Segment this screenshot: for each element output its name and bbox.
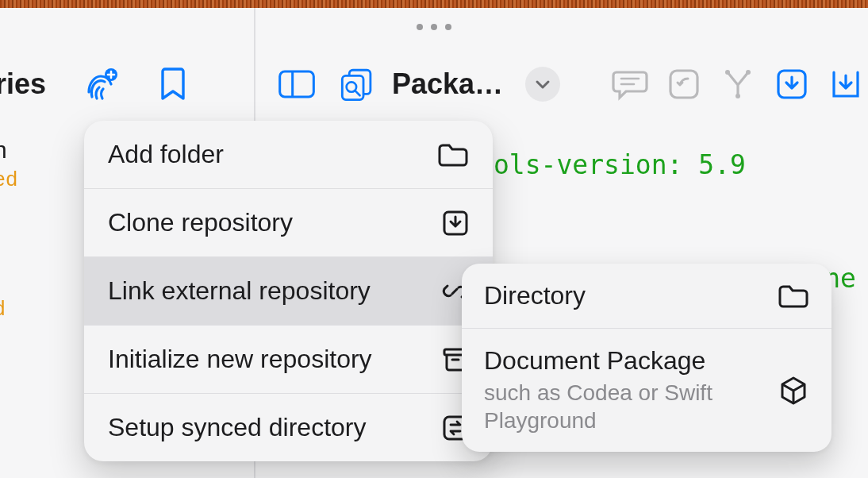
menu-item-clone-repository[interactable]: Clone repository (84, 189, 493, 257)
menu-item-label: Add folder (108, 140, 224, 169)
undo-icon[interactable] (665, 65, 703, 103)
svg-point-11 (746, 70, 751, 75)
dot-icon (445, 24, 451, 30)
submenu-item-subtitle: such as Codea or Swift Playground (484, 379, 738, 434)
folder-icon (437, 142, 469, 168)
fork-icon[interactable] (719, 65, 757, 103)
comment-bubble-icon[interactable] (611, 65, 649, 103)
download-square-icon (442, 210, 469, 237)
sidebar-left-icon[interactable] (278, 65, 316, 103)
download-square-icon[interactable] (773, 65, 811, 103)
submenu-item-title: Directory (484, 281, 586, 310)
bookmark-icon[interactable] (154, 65, 192, 103)
sidebar-item[interactable]: n ed (0, 137, 18, 191)
menu-item-label: Clone repository (108, 208, 293, 237)
window-titlebar-decoration (0, 0, 868, 8)
submenu-item-document-package[interactable]: Document Package such as Codea or Swift … (462, 329, 832, 452)
toolbar: tories (0, 59, 868, 110)
sidebar-item-status-fragment: ed (0, 167, 18, 191)
svg-rect-9 (670, 71, 697, 98)
sidebar-list: n ed d (0, 137, 18, 321)
sidebar-tab-repositories[interactable]: tories (0, 67, 46, 101)
sidebar-item-title-fragment: n (0, 137, 18, 164)
menu-item-add-folder[interactable]: Add folder (84, 121, 493, 189)
menu-item-label: Link external repository (108, 276, 371, 306)
menu-item-setup-synced-directory[interactable]: Setup synced directory (84, 394, 493, 461)
active-tab[interactable]: Packa… (338, 65, 503, 103)
menu-item-initialize-repository[interactable]: Initialize new repository (84, 326, 493, 394)
svg-point-12 (735, 94, 740, 98)
menu-item-label: Initialize new repository (108, 345, 372, 374)
context-menu: Add folder Clone repository Link externa… (84, 121, 493, 461)
tab-more-button[interactable] (525, 67, 560, 102)
dot-icon (431, 24, 437, 30)
menu-item-label: Setup synced directory (108, 413, 367, 442)
touchid-add-icon[interactable] (81, 65, 119, 103)
toolbar-trailing-icons (611, 65, 860, 103)
svg-point-10 (725, 70, 730, 75)
context-submenu: Directory Document Package such as Codea… (462, 264, 832, 452)
package-cube-icon (778, 375, 809, 407)
svg-rect-1 (280, 71, 314, 97)
submenu-item-directory[interactable]: Directory (462, 264, 832, 329)
tab-title: Packa… (392, 67, 503, 101)
folder-icon (778, 283, 809, 309)
toolbar-right-group: Packa… (278, 65, 860, 103)
find-in-files-icon (338, 65, 376, 103)
submenu-item-title: Document Package (484, 346, 738, 376)
toolbar-left-group: tories (0, 65, 254, 103)
dot-icon (417, 24, 423, 30)
drag-indicator[interactable] (417, 24, 451, 30)
sidebar-item-status-fragment: d (0, 296, 18, 321)
sidebar-item[interactable]: d (0, 296, 18, 321)
menu-item-link-external-repository[interactable]: Link external repository (84, 257, 493, 326)
download-open-icon[interactable] (827, 65, 865, 103)
